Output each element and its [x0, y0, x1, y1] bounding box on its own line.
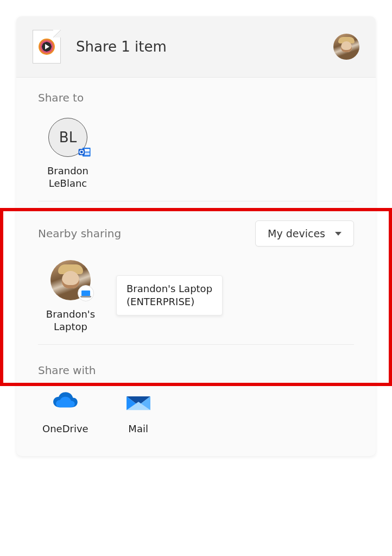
nearby-device-item[interactable]: Brandon's Laptop: [38, 260, 103, 333]
play-icon: [39, 39, 55, 55]
divider: [38, 344, 354, 345]
nearby-sharing-section: Nearby sharing My devices Brandon's Lapt…: [16, 207, 376, 339]
laptop-icon: [78, 285, 94, 301]
mail-icon: [124, 390, 153, 413]
dropdown-selected-label: My devices: [268, 228, 325, 239]
nearby-sharing-title: Nearby sharing: [38, 227, 121, 240]
share-to-section: Share to BL Brandon LeBlanc: [16, 78, 376, 195]
outlook-icon: [78, 145, 92, 159]
contact-name-label: Brandon LeBlanc: [47, 165, 88, 190]
device-name-label: Brandon's Laptop: [46, 308, 95, 333]
device-tooltip: Brandon's Laptop (ENTERPRISE): [116, 275, 223, 316]
share-to-title: Share to: [38, 91, 354, 104]
share-contact-item[interactable]: BL Brandon LeBlanc: [38, 118, 98, 190]
share-header: Share 1 item: [16, 16, 376, 78]
share-app-mail[interactable]: Mail: [124, 390, 153, 434]
divider: [38, 201, 354, 201]
share-with-section: Share with OneDrive: [16, 350, 376, 440]
share-with-title: Share with: [38, 364, 354, 377]
chevron-down-icon: [335, 232, 342, 236]
media-file-icon: [33, 30, 61, 64]
user-avatar[interactable]: [333, 34, 359, 60]
share-panel: Share 1 item Share to BL Brandon LeBlanc: [16, 16, 376, 456]
header-title: Share 1 item: [76, 39, 333, 55]
app-label: OneDrive: [42, 423, 88, 434]
app-label: Mail: [128, 423, 148, 434]
nearby-scope-dropdown[interactable]: My devices: [255, 220, 354, 247]
share-app-onedrive[interactable]: OneDrive: [42, 390, 88, 434]
onedrive-icon: [50, 390, 80, 413]
